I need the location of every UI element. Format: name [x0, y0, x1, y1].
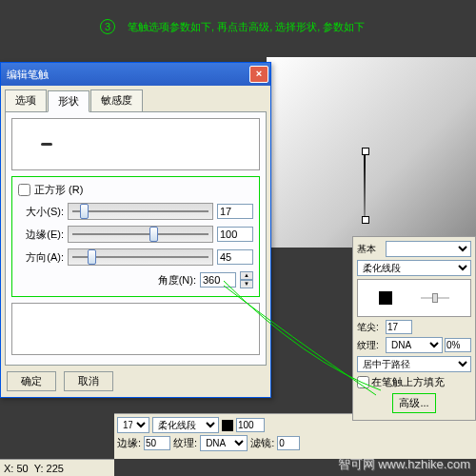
tab-options[interactable]: 选项 — [5, 89, 47, 111]
square-label: 正方形 (R) — [34, 183, 83, 197]
texture-select[interactable]: DNA — [386, 337, 443, 353]
tabs: 选项 形状 敏感度 — [1, 86, 270, 111]
close-icon[interactable]: × — [249, 66, 268, 83]
dialog-title: 编辑笔触 — [7, 68, 249, 82]
watermark: 智可网 www.hzhike.com — [338, 456, 470, 473]
bottom-edge-label: 边缘: — [117, 436, 141, 450]
status-x: X: 50 — [4, 463, 29, 474]
bottom-size-select[interactable]: 17 — [117, 417, 149, 433]
color-swatch-icon[interactable] — [222, 420, 233, 431]
base-label: 基本 — [357, 243, 384, 256]
angle-input[interactable] — [200, 272, 236, 288]
status-y: Y: 225 — [34, 463, 64, 474]
dir-slider[interactable] — [68, 248, 213, 266]
bottom-filter-label: 滤镜: — [250, 436, 274, 450]
tip-label: 笔尖: — [357, 321, 384, 334]
edit-brush-dialog: 编辑笔触 × 选项 形状 敏感度 正方形 (R) 大小(S): 边缘(E): — [0, 62, 271, 398]
texture-label: 纹理: — [357, 339, 384, 352]
stroke-panel: 基本 柔化线段 笔尖: 纹理:DNA 居中于路径 在笔触上方填充 高级... — [352, 236, 476, 421]
titlebar[interactable]: 编辑笔触 × — [1, 63, 270, 86]
shape-group: 正方形 (R) 大小(S): 边缘(E): 方向(A): 角度(N): ▲▼ — [11, 176, 260, 297]
angle-spinner[interactable]: ▲▼ — [240, 271, 253, 288]
secondary-preview — [11, 303, 260, 355]
annotation: 3 笔触选项参数如下, 再点击高级, 选择形状, 参数如下 — [100, 19, 365, 34]
bottom-edge-input[interactable] — [144, 436, 170, 450]
square-checkbox[interactable] — [18, 184, 30, 196]
size-label: 大小(S): — [18, 205, 64, 219]
edge-label: 边缘(E): — [18, 228, 64, 242]
bottom-texture-label: 纹理: — [173, 436, 197, 450]
center-select[interactable]: 居中于路径 — [357, 356, 471, 372]
fill-checkbox[interactable] — [357, 376, 369, 388]
brush-preview — [11, 118, 260, 170]
edge-slider[interactable] — [68, 226, 213, 243]
bottom-texture-select[interactable]: DNA — [200, 435, 248, 451]
advanced-button[interactable]: 高级... — [392, 393, 435, 413]
bottom-stroke-select[interactable]: 柔化线段 — [152, 417, 219, 433]
annotation-text: 笔触选项参数如下, 再点击高级, 选择形状, 参数如下 — [128, 21, 365, 32]
dir-label: 方向(A): — [18, 250, 64, 265]
size-slider[interactable] — [68, 203, 213, 220]
base-select[interactable] — [386, 241, 471, 257]
tip-input[interactable] — [386, 320, 412, 334]
angle-label: 角度(N): — [158, 273, 196, 288]
status-bar: X: 50 Y: 225 — [0, 459, 114, 476]
tab-sensitivity[interactable]: 敏感度 — [90, 89, 143, 111]
fill-label: 在笔触上方填充 — [371, 375, 445, 389]
stroke-type-select[interactable]: 柔化线段 — [357, 260, 471, 276]
tip-preview — [357, 279, 471, 317]
step-number: 3 — [100, 19, 115, 34]
bottom-pct[interactable] — [236, 418, 265, 432]
size-input[interactable] — [217, 204, 253, 219]
edge-input[interactable] — [217, 227, 253, 242]
bottom-filter-input[interactable] — [277, 436, 300, 450]
texture-pct[interactable] — [445, 338, 471, 352]
dir-input[interactable] — [217, 249, 253, 265]
tab-shape[interactable]: 形状 — [48, 90, 89, 112]
cancel-button[interactable]: 取消 — [64, 371, 113, 391]
ok-button[interactable]: 确定 — [7, 371, 56, 391]
